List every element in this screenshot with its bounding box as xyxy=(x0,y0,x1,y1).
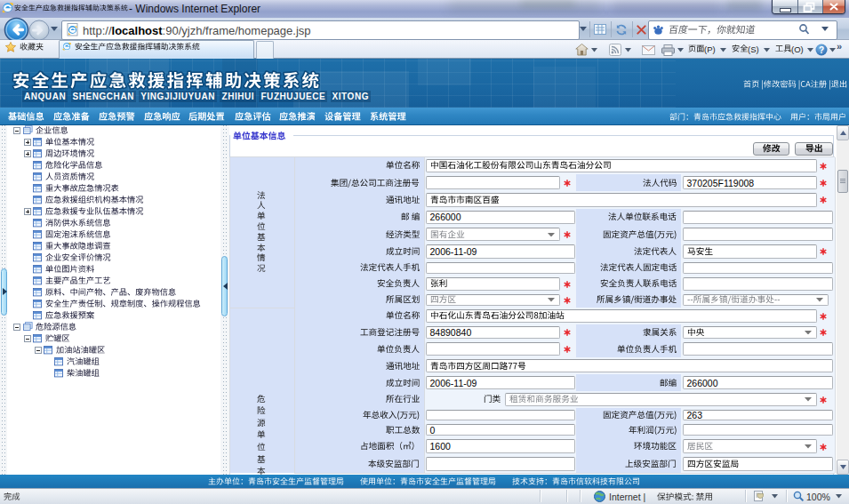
svg-text:?: ? xyxy=(819,45,824,55)
